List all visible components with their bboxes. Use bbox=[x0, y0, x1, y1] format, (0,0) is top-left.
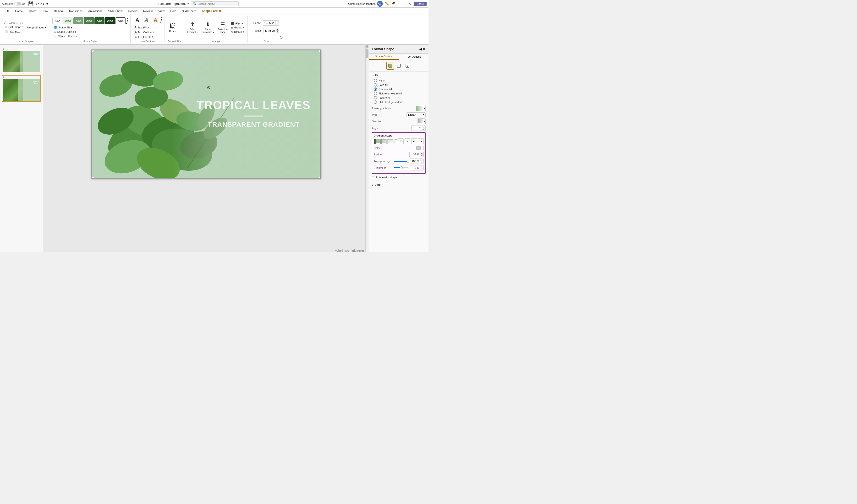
preset-gradient-arrow[interactable]: ▾ bbox=[423, 107, 425, 110]
shape-style-7[interactable]: Abc bbox=[116, 17, 125, 24]
share-button[interactable]: Share bbox=[414, 2, 426, 6]
minimize-button[interactable]: ─ bbox=[397, 2, 402, 6]
tab-draw[interactable]: Draw bbox=[38, 9, 51, 14]
angle-down[interactable]: ▼ bbox=[422, 128, 425, 131]
redo-icon[interactable]: ↪ bbox=[41, 1, 45, 6]
slide-thumb-2[interactable]: 2 TROPICALLEAVES bbox=[2, 75, 41, 102]
width-up[interactable]: ▲ bbox=[276, 28, 279, 31]
pen-icon[interactable]: ✏️ bbox=[385, 1, 389, 6]
pattern-fill-row[interactable]: Pattern fill bbox=[374, 96, 426, 99]
shape-effects-button[interactable]: ✨ Shape Effects ▾ bbox=[52, 34, 129, 38]
send-backward-button[interactable]: ⬇ SendBackward ▾ bbox=[200, 20, 216, 34]
group-button[interactable]: ⊞ Group ▾ bbox=[230, 26, 246, 30]
brightness-track[interactable] bbox=[394, 167, 408, 168]
transparency-up[interactable]: ▲ bbox=[420, 159, 423, 161]
shape-style-6[interactable]: Abc bbox=[105, 17, 115, 24]
maximize-button[interactable]: □ bbox=[402, 2, 407, 6]
handle-bottom-center[interactable] bbox=[91, 177, 94, 179]
slide-thumb-1[interactable]: 1 TROPICALLEAVES bbox=[2, 47, 41, 73]
slide-canvas[interactable]: TROPICAL LEAVES TRANSPARENT GRADIENT bbox=[91, 50, 321, 179]
shape-style-5[interactable]: Abc bbox=[95, 17, 104, 24]
size-expand-icon[interactable]: ⬡ bbox=[280, 35, 283, 39]
wordart-expand[interactable]: ▾ bbox=[160, 21, 163, 24]
shape-fill-button[interactable]: 🪣 Shape Fill ▾ bbox=[52, 26, 129, 30]
autosave-toggle[interactable]: AutoSave Off bbox=[2, 2, 26, 5]
height-value-field[interactable] bbox=[263, 21, 275, 24]
solid-fill-radio[interactable] bbox=[374, 83, 377, 86]
search-input[interactable] bbox=[198, 2, 231, 5]
handle-mid-right[interactable] bbox=[319, 50, 321, 52]
text-box-button[interactable]: ⬜ Text Box bbox=[4, 30, 25, 34]
shape-rounded[interactable]: ▢ bbox=[11, 21, 14, 24]
canvas-area[interactable]: ⊙ bbox=[43, 45, 369, 252]
transparency-knob[interactable] bbox=[406, 160, 409, 163]
wordart-style-1[interactable]: A bbox=[133, 16, 141, 24]
selection-pane-button[interactable]: ☰ SelectionPane bbox=[216, 20, 229, 34]
remove-gradient-stop-btn[interactable]: − bbox=[405, 138, 410, 144]
type-dropdown[interactable]: Linear ▾ bbox=[406, 112, 426, 117]
shape-triangle[interactable]: △ bbox=[16, 21, 18, 24]
text-fill-button[interactable]: A Text Fill ▾ bbox=[133, 25, 163, 30]
height-input[interactable]: ▲ ▼ bbox=[263, 20, 279, 26]
shape-outline-button[interactable]: ▭ Shape Outline ▾ bbox=[52, 30, 129, 34]
gradient-stop-marker-4[interactable] bbox=[393, 139, 395, 144]
tab-view[interactable]: View bbox=[155, 9, 167, 14]
shape-rect[interactable]: ▭ bbox=[9, 21, 11, 24]
tab-slidelizard[interactable]: SlideLizard bbox=[179, 9, 199, 14]
tab-shape-format[interactable]: Shape Format bbox=[199, 9, 224, 14]
vertical-scrollbar[interactable]: ▲ ▼ bbox=[365, 45, 369, 252]
rotation-handle[interactable]: ⊙ bbox=[207, 85, 211, 90]
effects-icon-btn[interactable] bbox=[395, 62, 403, 70]
angle-value-field[interactable] bbox=[411, 127, 422, 130]
tab-help[interactable]: Help bbox=[167, 9, 179, 14]
bring-forward-button[interactable]: ⬆ BringForward ▾ bbox=[186, 20, 199, 34]
size-icon-btn[interactable] bbox=[404, 62, 411, 70]
color-arrow[interactable]: ▾ bbox=[421, 147, 422, 149]
position-up[interactable]: ▲ bbox=[420, 152, 423, 154]
position-down[interactable]: ▼ bbox=[420, 154, 423, 157]
transparency-track[interactable] bbox=[394, 161, 408, 162]
brightness-input[interactable]: ▲ ▼ bbox=[410, 165, 424, 170]
no-fill-row[interactable]: No fill bbox=[374, 79, 426, 82]
slide-bg-fill-row[interactable]: Slide background fill bbox=[374, 100, 426, 104]
tab-text-options[interactable]: Text Options bbox=[399, 53, 429, 60]
pattern-fill-radio[interactable] bbox=[374, 96, 377, 99]
shape-arrow[interactable]: → bbox=[6, 21, 9, 24]
tab-design[interactable]: Design bbox=[51, 9, 66, 14]
dropdown-arrow-title[interactable]: ▾ bbox=[187, 2, 189, 5]
gradient-fill-row[interactable]: Gradient fill bbox=[374, 87, 426, 91]
direction-arrow[interactable]: ▾ bbox=[424, 120, 425, 123]
style-scroll[interactable]: ▲ ▼ ▾ bbox=[126, 17, 129, 25]
shape-style-2[interactable]: Abc bbox=[63, 17, 73, 24]
no-fill-radio[interactable] bbox=[374, 79, 377, 82]
wordart-scroll-down[interactable]: ▼ bbox=[160, 18, 163, 21]
slide-img-2[interactable]: TROPICALLEAVES bbox=[3, 79, 40, 101]
save-icon[interactable]: 💾 bbox=[28, 1, 33, 6]
style-expand[interactable]: ▾ bbox=[126, 22, 129, 25]
brightness-knob[interactable] bbox=[400, 166, 403, 169]
color-picker-btn[interactable]: ▾ bbox=[415, 146, 424, 150]
search-bar[interactable]: 🔍 bbox=[191, 1, 239, 6]
handle-bottom-right[interactable] bbox=[319, 177, 321, 179]
tab-transitions[interactable]: Transitions bbox=[66, 9, 85, 14]
merge-shapes-button[interactable]: Merge Shapes ▾ bbox=[26, 26, 48, 30]
fill-section-header[interactable]: ▼ Fill bbox=[372, 74, 426, 77]
tab-home[interactable]: Home bbox=[12, 9, 26, 14]
slide-bg-radio[interactable] bbox=[374, 100, 377, 104]
angle-up[interactable]: ▲ bbox=[422, 126, 425, 128]
tab-review[interactable]: Review bbox=[140, 9, 155, 14]
direction-btn[interactable]: ▾ bbox=[417, 118, 426, 124]
position-value-field[interactable] bbox=[409, 153, 420, 156]
text-outline-button[interactable]: A Text Outline ▾ bbox=[133, 30, 163, 34]
shape-style-1[interactable]: Abc bbox=[52, 17, 63, 24]
position-input[interactable]: ▲ ▼ bbox=[409, 152, 424, 157]
customize-qat-icon[interactable]: ▾ bbox=[46, 2, 48, 6]
tab-animations[interactable]: Animations bbox=[85, 9, 105, 14]
tab-slideshow[interactable]: Slide Show bbox=[105, 9, 125, 14]
style-scroll-down[interactable]: ▼ bbox=[126, 20, 129, 22]
shape-star[interactable]: ✦ bbox=[18, 21, 20, 24]
gradient-bar[interactable] bbox=[374, 139, 397, 143]
width-input[interactable]: ▲ ▼ bbox=[264, 28, 279, 33]
wordart-style-2[interactable]: A bbox=[142, 16, 151, 24]
gradient-stop-marker-2[interactable] bbox=[380, 139, 382, 144]
